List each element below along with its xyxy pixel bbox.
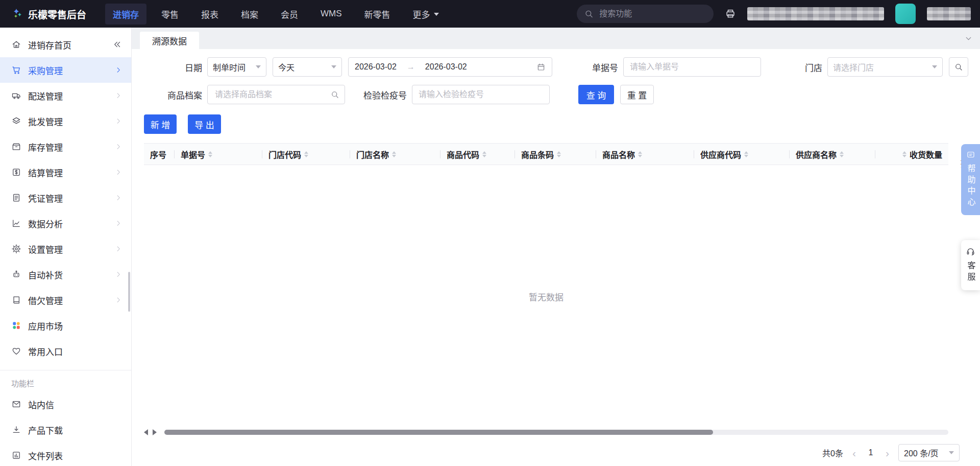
- sidebar-item-voucher[interactable]: 凭证管理: [0, 185, 131, 211]
- sort-icon[interactable]: [638, 151, 642, 157]
- date-type-select[interactable]: 制单时间: [207, 57, 266, 77]
- user-avatar[interactable]: [895, 4, 916, 24]
- product-archive-label: 商品档案: [144, 88, 202, 101]
- export-button[interactable]: 导 出: [188, 114, 221, 134]
- home-icon: [11, 39, 21, 50]
- topbar-right: [577, 4, 971, 24]
- col-seq[interactable]: 序号: [144, 144, 175, 165]
- search-icon[interactable]: [330, 90, 339, 99]
- function-bar-label: 功能栏: [0, 370, 131, 391]
- product-archive-picker[interactable]: [207, 85, 345, 104]
- sort-icon[interactable]: [902, 151, 906, 157]
- bill-no-input[interactable]: [623, 57, 761, 77]
- nav-item-retail[interactable]: 零售: [154, 4, 186, 25]
- prev-page-button[interactable]: ‹: [851, 448, 857, 458]
- chevron-right-icon: [115, 220, 122, 227]
- dropdown-caret-icon: [434, 13, 439, 16]
- search-icon: [954, 62, 963, 72]
- col-store-code[interactable]: 门店代码: [262, 144, 350, 165]
- chevron-right-icon: [115, 296, 122, 304]
- reset-button[interactable]: 重 置: [620, 85, 654, 104]
- sort-icon[interactable]: [482, 151, 486, 157]
- scroll-left-button[interactable]: [144, 429, 148, 435]
- date-preset-value: 今天: [278, 61, 295, 73]
- pagination: 共0条 ‹ 1 › 200 条/页: [144, 439, 960, 466]
- sort-icon[interactable]: [557, 151, 561, 157]
- sidebar-item-debt[interactable]: 借欠管理: [0, 287, 131, 313]
- chevron-right-icon: [115, 118, 122, 125]
- col-store-name[interactable]: 门店名称: [350, 144, 440, 165]
- sidebar-item-delivery[interactable]: 配送管理: [0, 83, 131, 108]
- sidebar-item-home[interactable]: 进销存首页: [0, 32, 131, 57]
- next-page-button[interactable]: ›: [885, 448, 890, 458]
- nav-item-archives[interactable]: 档案: [233, 4, 266, 25]
- tab-trace-data[interactable]: 溯源数据: [140, 32, 199, 49]
- nav-item-invoicing[interactable]: 进销存: [105, 4, 146, 25]
- col-barcode[interactable]: 商品条码: [515, 144, 596, 165]
- sidebar-item-inbox[interactable]: 站内信: [0, 391, 131, 417]
- sidebar-scrollbar[interactable]: [128, 272, 130, 312]
- add-button[interactable]: 新 增: [144, 114, 177, 134]
- hscroll-thumb[interactable]: [164, 430, 713, 435]
- calendar-icon: [536, 62, 546, 72]
- sidebar-item-wholesale[interactable]: 批发管理: [0, 108, 131, 134]
- store-select[interactable]: 请选择门店: [827, 57, 943, 77]
- printer-icon[interactable]: [725, 8, 736, 19]
- sidebar-item-app-market[interactable]: 应用市场: [0, 313, 131, 338]
- bill-no-label: 单据号: [592, 61, 618, 74]
- sidebar-item-settlement[interactable]: 结算管理: [0, 159, 131, 185]
- sidebar-item-auto-replenish[interactable]: 自动补货: [0, 262, 131, 287]
- product-archive-input[interactable]: [214, 89, 326, 100]
- scroll-right-button[interactable]: [153, 429, 157, 435]
- date-from-value[interactable]: 2026-03-02: [355, 62, 397, 72]
- sidebar-item-purchase[interactable]: 采购管理: [0, 57, 131, 83]
- global-search[interactable]: [577, 5, 714, 23]
- col-received-qty[interactable]: 收货数量: [875, 144, 948, 165]
- table-header: 序号 单据号 门店代码 门店名称 商品代码: [144, 144, 948, 165]
- tab-strip-caret[interactable]: [964, 28, 973, 49]
- help-center-panel[interactable]: 帮助中心: [961, 144, 980, 215]
- hscroll-track[interactable]: [164, 430, 948, 435]
- sidebar-item-analytics[interactable]: 数据分析: [0, 211, 131, 236]
- col-product-code[interactable]: 商品代码: [440, 144, 515, 165]
- col-bill-no[interactable]: 单据号: [175, 144, 262, 165]
- sort-icon[interactable]: [744, 151, 748, 157]
- nav-item-reports[interactable]: 报表: [193, 4, 226, 25]
- sidebar-item-product-download[interactable]: 产品下载: [0, 417, 131, 442]
- cart-icon: [11, 65, 21, 75]
- date-preset-select[interactable]: 今天: [273, 57, 342, 77]
- app-title: 乐檬零售后台: [28, 7, 86, 21]
- nav-item-members[interactable]: 会员: [273, 4, 306, 25]
- trace-data-table: 序号 单据号 门店代码 门店名称 商品代码: [144, 143, 948, 439]
- customer-service-panel[interactable]: 客服: [961, 240, 980, 290]
- sidebar-item-file-list[interactable]: 文件列表: [0, 442, 131, 466]
- sidebar-item-settings[interactable]: 设置管理: [0, 236, 131, 262]
- nav-item-wms[interactable]: WMS: [313, 5, 350, 23]
- app-logo[interactable]: 乐檬零售后台: [11, 7, 86, 21]
- page-size-select[interactable]: 200 条/页: [898, 444, 960, 461]
- date-to-value[interactable]: 2026-03-02: [425, 62, 467, 72]
- collapse-sidebar-icon[interactable]: [113, 40, 122, 49]
- col-supplier-code[interactable]: 供应商代码: [694, 144, 790, 165]
- nav-item-new-retail[interactable]: 新零售: [357, 4, 398, 25]
- date-range-picker[interactable]: 2026-03-02 → 2026-03-02: [348, 57, 552, 77]
- sidebar-item-inventory[interactable]: 库存管理: [0, 134, 131, 159]
- quarantine-input[interactable]: [412, 85, 550, 104]
- sidebar-item-favorites[interactable]: 常用入口: [0, 338, 131, 364]
- gear-icon: [11, 244, 21, 254]
- chevron-right-icon: [115, 194, 122, 201]
- chevron-right-icon: [115, 271, 122, 278]
- sort-icon[interactable]: [304, 151, 308, 157]
- current-page[interactable]: 1: [865, 448, 876, 457]
- sort-icon[interactable]: [840, 151, 844, 157]
- sort-icon[interactable]: [208, 151, 212, 157]
- query-button[interactable]: 查 询: [578, 85, 614, 104]
- quarantine-label: 检验检疫号: [363, 88, 407, 101]
- filter-search-toggle-button[interactable]: [949, 57, 968, 77]
- sort-icon[interactable]: [392, 151, 396, 157]
- filter-row-2: 商品档案 检验检疫号 查 询 重 置: [144, 85, 980, 104]
- col-supplier-name[interactable]: 供应商名称: [790, 144, 875, 165]
- col-product-name[interactable]: 商品名称: [596, 144, 694, 165]
- nav-item-more[interactable]: 更多: [405, 4, 447, 25]
- global-search-input[interactable]: [598, 9, 706, 19]
